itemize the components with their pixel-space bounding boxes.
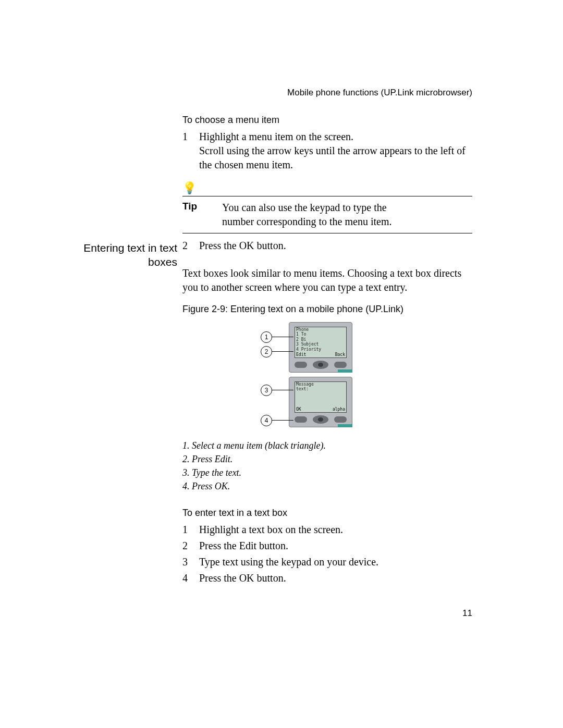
step-2: 2 Press the OK button. — [182, 239, 472, 253]
phone-navpad — [313, 361, 328, 369]
figure-caption: Figure 2-9: Entering text on a mobile ph… — [182, 304, 472, 315]
screen-line: 3 Subject — [295, 342, 346, 347]
screen-line: 1 To — [295, 332, 346, 337]
phone-navpad — [313, 415, 328, 424]
page-number: 11 — [462, 608, 472, 619]
figure-step-1: 1. Select a menu item (black triangle). — [182, 439, 472, 452]
step-4: 4 Press the OK button. — [182, 571, 472, 585]
figure-2-9: Phone 1 To 2 Bi 3 Subject 4 Priority Edi… — [182, 322, 472, 431]
main-content-column: To choose a menu item 1 Highlight a menu… — [182, 115, 472, 587]
intro-paragraph: Text boxes look similar to menu items. C… — [182, 266, 472, 294]
phone-right-button — [334, 416, 347, 423]
phone-mockup-2: Message text: OK alpha — [289, 377, 352, 427]
step-number: 2 — [182, 539, 190, 553]
figure-step-3: 3. Type the text. — [182, 466, 472, 479]
step-number: 1 — [182, 523, 190, 537]
step-text: Type text using the keypad on your devic… — [199, 555, 472, 569]
screen-line: 4 Priority — [295, 347, 346, 352]
screen-line: Phone — [295, 327, 346, 332]
figure-steps: 1. Select a menu item (black triangle). … — [182, 439, 472, 493]
tip-text: You can also use the keypad to type the … — [222, 201, 472, 229]
softkey-left: Edit — [296, 352, 306, 357]
softkey-right: Back — [335, 352, 345, 357]
softkey-right: alpha — [333, 407, 345, 412]
step-text: Highlight a menu item on the screen. — [199, 130, 472, 144]
screen-line: 2 Bi — [295, 337, 346, 342]
step-1: 1 Highlight a menu item on the screen. S… — [182, 130, 472, 172]
margin-heading-entering-text: Entering text in text boxes — [76, 241, 177, 269]
phone-screen: Message text: OK alpha — [295, 381, 347, 413]
callout-2: 2 — [261, 346, 272, 357]
step-3: 3 Type text using the keypad on your dev… — [182, 555, 472, 569]
lightbulb-icon: 💡 — [182, 181, 197, 194]
step-number: 2 — [182, 239, 190, 253]
running-header: Mobile phone functions (UP.Link microbro… — [287, 88, 472, 98]
step-detail: Scroll using the arrow keys until the ar… — [199, 144, 472, 172]
figure-step-4: 4. Press OK. — [182, 479, 472, 493]
step-text: Highlight a text box on the screen. — [199, 523, 472, 537]
step-text: Press the OK button. — [199, 571, 472, 585]
screen-line: text: — [295, 387, 346, 391]
step-number: 3 — [182, 555, 190, 569]
step-number: 1 — [182, 130, 190, 172]
softkey-left: OK — [296, 407, 301, 412]
step-number: 4 — [182, 571, 190, 585]
callout-4: 4 — [261, 415, 272, 426]
step-1: 1 Highlight a text box on the screen. — [182, 523, 472, 537]
screen-line: Message — [295, 382, 346, 387]
phone-left-button — [295, 416, 307, 423]
step-text: Press the OK button. — [199, 239, 472, 253]
step-text: Press the Edit button. — [199, 539, 472, 553]
tip-block: 💡 Tip You can also use the keypad to typ… — [182, 181, 472, 233]
phone-mockup-1: Phone 1 To 2 Bi 3 Subject 4 Priority Edi… — [289, 322, 352, 373]
callout-3: 3 — [261, 385, 272, 396]
subheading-enter-text: To enter text in a text box — [182, 508, 472, 519]
tip-label: Tip — [182, 201, 207, 229]
phone-left-button — [295, 362, 307, 368]
phone-screen: Phone 1 To 2 Bi 3 Subject 4 Priority Edi… — [295, 327, 347, 358]
page: Mobile phone functions (UP.Link microbro… — [0, 0, 563, 728]
figure-step-2: 2. Press Edit. — [182, 452, 472, 466]
phone-right-button — [334, 362, 347, 368]
subheading-choose-menu: To choose a menu item — [182, 115, 472, 126]
step-2: 2 Press the Edit button. — [182, 539, 472, 553]
callout-1: 1 — [261, 331, 272, 343]
